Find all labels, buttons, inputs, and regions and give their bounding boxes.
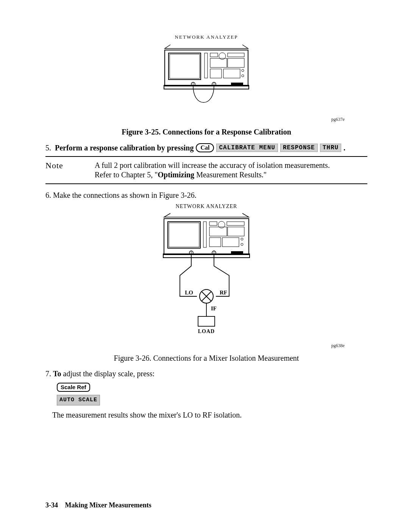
step-6: 6. Make the connections as shown in Figu… [45,191,367,200]
rule-top [45,156,367,157]
step-7-result: The measurement results show the mixer's… [52,411,367,419]
svg-rect-22 [169,223,199,247]
page-footer: 3-34 Making Mixer Measurements [45,501,151,509]
svg-rect-24 [209,222,217,225]
svg-rect-26 [227,222,244,225]
svg-rect-10 [210,69,222,78]
svg-rect-11 [223,69,240,78]
note-line2a: Refer to Chapter 5, " [95,171,158,179]
svg-rect-29 [209,238,221,247]
svg-rect-8 [210,58,227,67]
figure-1-top-label: NETWORK ANALYZEP [45,34,367,40]
chapter-title: Making Mixer Measurements [65,501,151,509]
analyzer-diagram-1 [157,42,256,114]
figure-2-top-label: NETWORK ANALYZER [45,203,367,210]
step-7-num: 7. [45,369,51,378]
svg-rect-21 [168,222,200,248]
svg-rect-42 [198,316,215,326]
label-rf: RF [220,289,227,296]
note-line2c: Measurement Results." [194,171,267,179]
svg-point-12 [242,69,244,72]
step-5-text: Perform a response calibration by pressi… [55,144,194,152]
svg-point-13 [242,75,244,77]
figure-2: NETWORK ANALYZER [45,203,367,349]
step-5-number: 5. [45,144,51,152]
step-7-to: To [53,369,61,378]
step-5-period: . [343,144,345,152]
label-lo: LO [185,289,193,296]
svg-rect-7 [228,53,244,57]
softkey-response: RESPONSE [280,144,318,152]
softkey-thru: THRU [320,144,341,152]
svg-rect-30 [222,238,239,247]
svg-rect-37 [231,251,243,253]
svg-rect-3 [170,54,200,78]
svg-rect-4 [204,53,208,78]
svg-rect-9 [228,58,244,67]
note-line2b: Optimizing [158,171,194,179]
svg-rect-0 [165,50,248,86]
analyzer-diagram-2: LO RF IF LOAD [153,211,259,340]
cal-hardkey: Cal [196,143,214,152]
note-label: Note [45,161,80,180]
note-line1: A full 2 port calibration will increase … [95,161,330,169]
svg-rect-28 [228,227,244,236]
svg-rect-2 [169,53,201,80]
figure-1-caption: Figure 3-25. Connections for a Response … [45,128,367,136]
softkey-calibrate-menu: CALIBRATE MENU [216,144,278,152]
label-if: IF [211,305,217,311]
figure-2-caption: Figure 3-26. Connections for a Mixer Iso… [45,354,367,363]
step-5: 5. Perform a response calibration by pre… [45,143,367,152]
figure-1: NETWORK ANALYZEP [45,34,367,122]
scale-ref-hardkey: Scale Ref [57,383,90,392]
svg-point-32 [241,243,243,246]
step-7: 7. To adjust the display scale, press: S… [45,369,367,405]
step-7-keys: Scale Ref AUTO SCALE [57,380,367,405]
softkey-auto-scale: AUTO SCALE [57,395,100,405]
note-body: A full 2 port calibration will increase … [95,161,330,180]
rule-bottom [45,183,367,184]
note-block: Note A full 2 port calibration will incr… [45,161,367,180]
label-load: LOAD [198,329,215,334]
page-number: 3-34 [45,501,58,509]
svg-point-31 [241,238,243,240]
step-7-rest: adjust the display scale, press: [61,369,155,378]
figure-2-ref: pg638e [45,343,345,349]
svg-rect-18 [231,83,243,85]
svg-rect-23 [203,222,206,247]
svg-rect-5 [210,53,218,57]
svg-rect-27 [209,227,227,236]
figure-1-ref: pg637e [45,117,345,122]
